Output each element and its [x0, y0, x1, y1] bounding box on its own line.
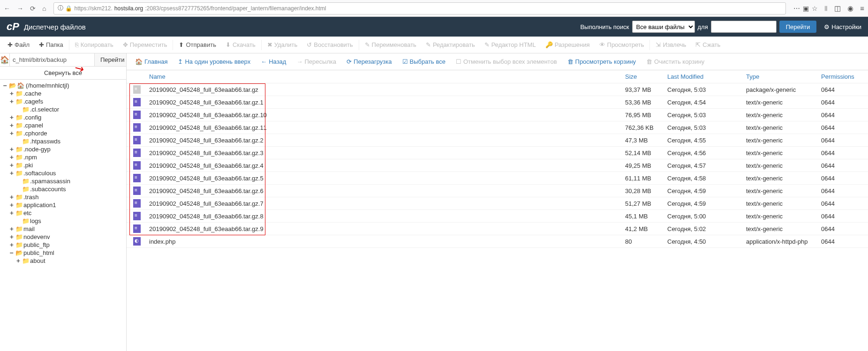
tree-node[interactable]: +📁.pki: [3, 161, 126, 169]
settings-button[interactable]: ⚙ Настройки: [824, 23, 861, 30]
tree-node[interactable]: 📁.cl.selector: [3, 105, 126, 113]
html-editor-button[interactable]: ✎Редактор HTML: [480, 38, 541, 51]
col-type[interactable]: Type: [746, 73, 821, 80]
tree-node[interactable]: +📁.npm: [3, 153, 126, 161]
toggle-icon[interactable]: +: [9, 154, 14, 161]
search-scope-select[interactable]: Все ваши файлы: [632, 21, 695, 33]
tree-root[interactable]: − 📂 🏠 (/home/mnhlctjl): [3, 82, 126, 90]
path-home-button[interactable]: 🏠: [0, 53, 10, 66]
toggle-icon[interactable]: +: [9, 241, 14, 248]
table-row[interactable]: index.php80Сегодня, 4:50application/x-ht…: [127, 235, 868, 248]
edit-button[interactable]: ✎Редактировать: [421, 38, 480, 51]
ab-select-all[interactable]: ☑Выбрать все: [398, 56, 450, 67]
tree-node[interactable]: +📁.trash: [3, 193, 126, 201]
ab-empty-trash[interactable]: 🗑Очистить корзину: [642, 56, 709, 67]
toggle-icon[interactable]: +: [9, 130, 14, 137]
reader-icon[interactable]: ▣: [803, 5, 809, 12]
toggle-icon[interactable]: [16, 217, 21, 224]
tree-node[interactable]: +📁public_ftp: [3, 241, 126, 249]
forward-icon[interactable]: →: [17, 5, 23, 12]
compress-button[interactable]: ⇱Сжать: [691, 38, 725, 51]
tree-node[interactable]: 📁.spamassassin: [3, 177, 126, 185]
table-row[interactable]: 20190902_045248_full_63eaab66.tar.gz.352…: [127, 147, 868, 159]
file-button[interactable]: ✚Файл: [3, 38, 34, 51]
more-icon[interactable]: ⋯: [793, 5, 800, 12]
ab-back[interactable]: ←Назад: [256, 56, 291, 67]
col-name[interactable]: Name: [147, 73, 625, 80]
toggle-icon[interactable]: +: [9, 162, 14, 169]
restore-button[interactable]: ↺Восстановить: [302, 38, 357, 51]
toggle-icon[interactable]: [16, 138, 21, 145]
extension-icon[interactable]: ◉: [847, 4, 853, 13]
tree-node[interactable]: −📂public_html: [3, 249, 126, 257]
toggle-icon[interactable]: [16, 106, 21, 113]
table-row[interactable]: 20190902_045248_full_63eaab66.tar.gz.449…: [127, 159, 868, 172]
back-icon[interactable]: ←: [4, 5, 10, 12]
toggle-icon[interactable]: +: [16, 257, 21, 264]
toggle-icon[interactable]: [16, 178, 21, 185]
ab-view-trash[interactable]: 🗑Просмотреть корзину: [563, 56, 641, 67]
path-go-button[interactable]: Перейти: [94, 53, 127, 66]
tree-node[interactable]: 📁.subaccounts: [3, 185, 126, 193]
tree-node[interactable]: +📁.cagefs: [3, 97, 126, 105]
toggle-icon[interactable]: [16, 186, 21, 193]
ab-up[interactable]: ↥На один уровень вверх: [173, 56, 255, 67]
copy-button[interactable]: ⎘Копировать: [70, 38, 118, 51]
download-button[interactable]: ⬇Скачать: [221, 38, 260, 51]
ab-forward[interactable]: →Пересылка: [292, 56, 341, 67]
toggle-icon[interactable]: +: [9, 122, 14, 129]
menu-icon[interactable]: ≡: [860, 4, 864, 12]
tree-node[interactable]: +📁.cpanel: [3, 121, 126, 129]
search-input[interactable]: [711, 21, 777, 33]
tree-node[interactable]: +📁.config: [3, 113, 126, 121]
url-bar[interactable]: ⓘ 🔒 https://skm212.hostsila.org:2083/cps…: [53, 2, 786, 15]
table-row[interactable]: 20190902_045248_full_63eaab66.tar.gz.107…: [127, 109, 868, 121]
toggle-icon[interactable]: +: [9, 146, 14, 153]
tree-node[interactable]: +📁.cphorde: [3, 129, 126, 137]
search-go-button[interactable]: Перейти: [779, 21, 817, 33]
table-row[interactable]: 20190902_045248_full_63eaab66.tar.gz93,3…: [127, 83, 868, 96]
col-size[interactable]: Size: [625, 73, 667, 80]
path-input[interactable]: [10, 53, 94, 66]
tree-node[interactable]: 📁logs: [3, 217, 126, 225]
tree-node[interactable]: +📁.node-gyp: [3, 145, 126, 153]
table-row[interactable]: 20190902_045248_full_63eaab66.tar.gz.845…: [127, 210, 868, 223]
table-row[interactable]: 20190902_045248_full_63eaab66.tar.gz.247…: [127, 134, 868, 147]
tree-node[interactable]: +📁application1: [3, 201, 126, 209]
ab-home[interactable]: 🏠Главная: [130, 56, 172, 67]
toggle-icon[interactable]: +: [9, 194, 14, 201]
tree-node[interactable]: +📁about: [3, 257, 126, 265]
extract-button[interactable]: ⇲Извлечь: [651, 38, 691, 51]
tree-node[interactable]: +📁.cache: [3, 90, 126, 97]
col-permissions[interactable]: Permissions: [821, 73, 868, 80]
table-row[interactable]: 20190902_045248_full_63eaab66.tar.gz.561…: [127, 172, 868, 185]
folder-button[interactable]: ✚Папка: [34, 38, 68, 51]
permissions-button[interactable]: 🔑Разрешения: [541, 38, 595, 51]
toggle-icon[interactable]: +: [9, 233, 14, 240]
toggle-icon[interactable]: +: [9, 114, 14, 121]
move-button[interactable]: ✥Переместить: [118, 38, 172, 51]
tree-node[interactable]: 📁.htpasswds: [3, 137, 126, 145]
tree-node[interactable]: +📁mail: [3, 225, 126, 233]
toggle-icon[interactable]: +: [9, 225, 14, 232]
toggle-icon[interactable]: +: [9, 98, 14, 105]
sidebar-icon[interactable]: ◫: [834, 4, 841, 13]
library-icon[interactable]: ⫴: [824, 4, 828, 13]
toggle-icon[interactable]: −: [9, 249, 14, 256]
col-modified[interactable]: Last Modified: [667, 73, 746, 80]
tree-node[interactable]: +📁etc: [3, 209, 126, 217]
table-row[interactable]: 20190902_045248_full_63eaab66.tar.gz.117…: [127, 121, 868, 134]
view-button[interactable]: 👁Просмотреть: [595, 38, 649, 51]
toggle-icon[interactable]: +: [9, 209, 14, 217]
toggle-icon[interactable]: +: [9, 202, 14, 209]
toggle-icon[interactable]: +: [9, 170, 14, 177]
bookmark-icon[interactable]: ☆: [812, 5, 818, 12]
reload-icon[interactable]: ⟳: [30, 5, 36, 12]
toggle-icon[interactable]: +: [9, 90, 14, 97]
ab-deselect-all[interactable]: ☐Отменить выбор всех элементов: [451, 56, 562, 67]
delete-button[interactable]: ✖Удалить: [263, 38, 302, 51]
table-row[interactable]: 20190902_045248_full_63eaab66.tar.gz.630…: [127, 185, 868, 197]
rename-button[interactable]: ✎Переименовать: [360, 38, 421, 51]
table-row[interactable]: 20190902_045248_full_63eaab66.tar.gz.941…: [127, 223, 868, 235]
tree-node[interactable]: +📁nodevenv: [3, 233, 126, 241]
